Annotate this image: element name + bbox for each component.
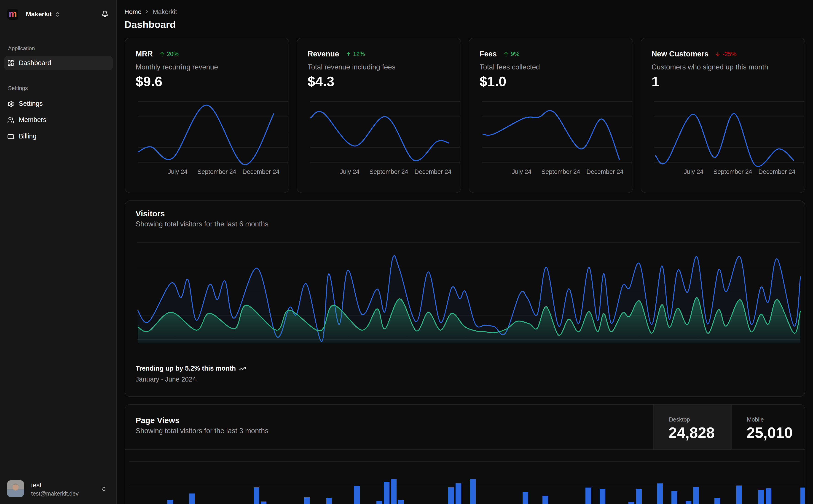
svg-text:m: m <box>9 9 17 19</box>
